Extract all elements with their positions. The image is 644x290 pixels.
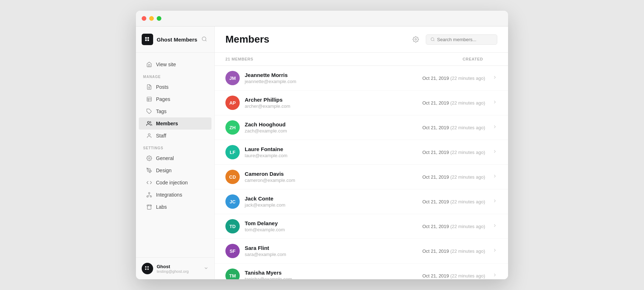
svg-rect-0 bbox=[145, 37, 147, 39]
svg-rect-7 bbox=[147, 97, 151, 101]
sidebar-item-label: Staff bbox=[156, 133, 166, 139]
table-row[interactable]: ZH Zach Hooghoud zach@example.com Oct 21… bbox=[215, 115, 508, 140]
table-row[interactable]: LF Laure Fontaine laure@example.com Oct … bbox=[215, 140, 508, 165]
maximize-button[interactable] bbox=[157, 16, 161, 21]
user-info[interactable]: Ghost testing@ghost.org bbox=[142, 263, 189, 274]
app-body: Ghost Members View site bbox=[136, 26, 508, 279]
sidebar-item-members[interactable]: Members bbox=[139, 117, 211, 130]
svg-line-20 bbox=[148, 195, 149, 196]
member-created-ago: (22 minutes ago) bbox=[450, 273, 485, 279]
chevron-right-icon bbox=[492, 223, 497, 229]
member-info: Zach Hooghoud zach@example.com bbox=[245, 121, 422, 134]
tags-icon bbox=[146, 108, 152, 115]
avatar: JM bbox=[225, 71, 240, 85]
svg-rect-1 bbox=[145, 39, 147, 41]
member-name: Tanisha Myers bbox=[245, 270, 422, 276]
main-header: Members bbox=[215, 26, 508, 53]
svg-point-26 bbox=[415, 39, 417, 40]
chevron-down-icon bbox=[204, 266, 209, 271]
member-created: Oct 21, 2019 (22 minutes ago) bbox=[422, 150, 485, 155]
table-row[interactable]: JM Jeannette Morris jeannette@example.co… bbox=[215, 66, 508, 91]
sidebar-search-button[interactable] bbox=[200, 35, 209, 44]
search-box[interactable] bbox=[426, 34, 497, 45]
avatar: LF bbox=[225, 145, 240, 159]
svg-point-15 bbox=[148, 170, 150, 171]
settings-section-label: SETTINGS bbox=[136, 142, 214, 152]
svg-point-13 bbox=[148, 134, 150, 135]
chevron-right-icon bbox=[492, 174, 497, 180]
svg-line-21 bbox=[150, 195, 150, 196]
sidebar-item-labs[interactable]: Labs bbox=[139, 201, 211, 213]
sidebar-item-pages[interactable]: Pages bbox=[139, 93, 211, 105]
sidebar-item-label: Posts bbox=[156, 84, 169, 90]
avatar: SF bbox=[225, 244, 240, 258]
search-icon bbox=[201, 36, 207, 42]
sidebar-item-general[interactable]: General bbox=[139, 152, 211, 164]
sidebar-item-tags[interactable]: Tags bbox=[139, 105, 211, 117]
svg-rect-23 bbox=[145, 269, 147, 270]
sidebar-header: Ghost Members bbox=[136, 26, 214, 53]
ghost-avatar-icon bbox=[144, 265, 151, 272]
minimize-button[interactable] bbox=[149, 16, 154, 21]
traffic-lights bbox=[142, 16, 161, 21]
svg-rect-2 bbox=[147, 37, 149, 39]
member-info: Jeannette Morris jeannette@example.com bbox=[245, 72, 422, 84]
svg-rect-25 bbox=[147, 269, 149, 270]
ghost-logo-icon bbox=[144, 36, 151, 43]
member-email: laure@example.com bbox=[245, 153, 422, 158]
user-menu-toggle[interactable] bbox=[204, 266, 209, 272]
table-row[interactable]: TD Tom Delaney tom@example.com Oct 21, 2… bbox=[215, 214, 508, 239]
member-created: Oct 21, 2019 (22 minutes ago) bbox=[422, 76, 485, 81]
code-icon bbox=[146, 179, 152, 186]
user-details: Ghost testing@ghost.org bbox=[157, 264, 189, 274]
avatar: TM bbox=[225, 269, 240, 279]
sidebar-item-label: Code injection bbox=[156, 180, 188, 185]
chevron-right-icon bbox=[492, 75, 497, 81]
table-row[interactable]: SF Sara Flint sara@example.com Oct 21, 2… bbox=[215, 239, 508, 264]
brand-icon bbox=[142, 34, 153, 45]
sidebar-item-label: Tags bbox=[156, 108, 167, 114]
avatar bbox=[142, 263, 153, 274]
sidebar-item-design[interactable]: Design bbox=[139, 164, 211, 177]
sidebar-item-view-site[interactable]: View site bbox=[139, 58, 211, 71]
member-name: Archer Phillips bbox=[245, 97, 422, 103]
member-created-ago: (22 minutes ago) bbox=[450, 76, 485, 81]
member-name: Tom Delaney bbox=[245, 220, 422, 226]
svg-rect-22 bbox=[145, 266, 147, 268]
table-row[interactable]: JC Jack Conte jack@example.com Oct 21, 2… bbox=[215, 189, 508, 214]
table-row[interactable]: TM Tanisha Myers tanisha@example.com Oct… bbox=[215, 264, 508, 279]
design-icon bbox=[146, 167, 152, 174]
table-row[interactable]: CD Cameron Davis cameron@example.com Oct… bbox=[215, 165, 508, 189]
sidebar-item-code-injection[interactable]: Code injection bbox=[139, 177, 211, 189]
avatar: JC bbox=[225, 194, 240, 209]
member-created: Oct 21, 2019 (22 minutes ago) bbox=[422, 273, 485, 279]
member-email: tanisha@example.com bbox=[245, 276, 422, 279]
sidebar-item-staff[interactable]: Staff bbox=[139, 130, 211, 142]
avatar: AP bbox=[225, 96, 240, 110]
close-button[interactable] bbox=[142, 16, 146, 21]
sidebar-item-integrations[interactable]: Integrations bbox=[139, 189, 211, 201]
sidebar-item-label: Labs bbox=[156, 204, 167, 210]
sidebar-item-label: Design bbox=[156, 168, 172, 173]
avatar: CD bbox=[225, 170, 240, 184]
member-name: Sara Flint bbox=[245, 245, 422, 251]
chevron-right-icon bbox=[492, 149, 497, 155]
sidebar-footer: Ghost testing@ghost.org bbox=[136, 257, 214, 279]
search-input[interactable] bbox=[437, 37, 493, 42]
member-name: Zach Hooghoud bbox=[245, 121, 422, 127]
table-row[interactable]: AP Archer Phillips archer@example.com Oc… bbox=[215, 91, 508, 115]
sidebar-item-posts[interactable]: Posts bbox=[139, 81, 211, 93]
manage-section-label: MANAGE bbox=[136, 71, 214, 81]
member-info: Tanisha Myers tanisha@example.com bbox=[245, 270, 422, 279]
members-settings-button[interactable] bbox=[410, 34, 421, 45]
member-created: Oct 21, 2019 (22 minutes ago) bbox=[422, 224, 485, 229]
integrations-icon bbox=[146, 192, 152, 198]
member-info: Jack Conte jack@example.com bbox=[245, 195, 422, 208]
app-window: Ghost Members View site bbox=[136, 11, 508, 279]
chevron-right-icon bbox=[492, 272, 497, 279]
member-name: Cameron Davis bbox=[245, 171, 422, 177]
svg-rect-3 bbox=[147, 39, 149, 41]
general-icon bbox=[146, 155, 152, 161]
members-icon bbox=[146, 120, 152, 127]
sidebar-item-label: Pages bbox=[156, 96, 170, 102]
